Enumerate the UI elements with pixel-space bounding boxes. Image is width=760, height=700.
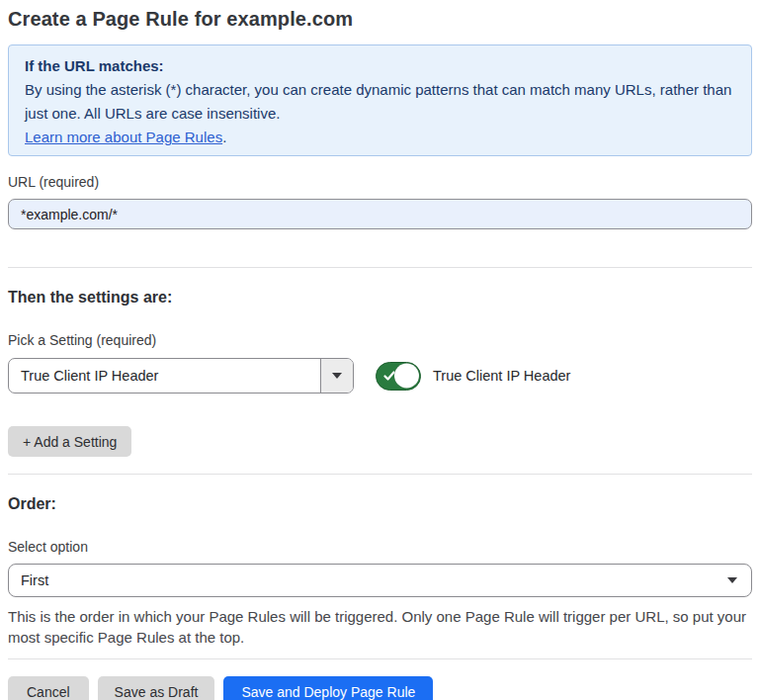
save-as-draft-button[interactable]: Save as Draft — [98, 676, 215, 700]
url-field-label: URL (required) — [8, 173, 752, 191]
learn-more-link[interactable]: Learn more about Page Rules — [25, 129, 222, 145]
settings-section-heading: Then the settings are: — [8, 287, 752, 308]
pick-setting-label: Pick a Setting (required) — [8, 331, 752, 349]
save-and-deploy-button[interactable]: Save and Deploy Page Rule — [223, 676, 433, 700]
chevron-down-icon — [727, 577, 737, 583]
order-select-value: First — [21, 572, 727, 588]
chevron-down-icon — [332, 373, 342, 379]
setting-select-value: True Client IP Header — [9, 359, 320, 393]
info-box-heading: If the URL matches: — [25, 54, 735, 78]
order-select-label: Select option — [8, 538, 752, 556]
order-section-heading: Order: — [8, 493, 752, 515]
page-title: Create a Page Rule for example.com — [8, 5, 752, 33]
order-help-text: This is the order in which your Page Rul… — [8, 606, 749, 648]
order-select[interactable]: First — [8, 564, 752, 597]
divider — [8, 267, 752, 268]
url-input[interactable] — [8, 199, 752, 229]
setting-row: True Client IP Header True Client IP Hea… — [8, 358, 752, 394]
setting-select-arrow-segment[interactable] — [320, 359, 353, 393]
setting-toggle[interactable] — [376, 362, 421, 391]
divider — [8, 474, 752, 475]
url-match-info-box: If the URL matches: By using the asteris… — [8, 44, 752, 156]
setting-select[interactable]: True Client IP Header — [8, 358, 354, 394]
link-suffix: . — [222, 129, 226, 145]
cancel-button[interactable]: Cancel — [8, 676, 89, 700]
footer-actions: Cancel Save as Draft Save and Deploy Pag… — [8, 676, 752, 700]
info-box-body: By using the asterisk (*) character, you… — [25, 78, 735, 126]
toggle-knob — [394, 364, 419, 389]
add-setting-button[interactable]: + Add a Setting — [8, 426, 131, 457]
setting-toggle-label: True Client IP Header — [433, 368, 570, 384]
divider — [8, 658, 752, 659]
info-box-link-line: Learn more about Page Rules. — [25, 126, 735, 149]
